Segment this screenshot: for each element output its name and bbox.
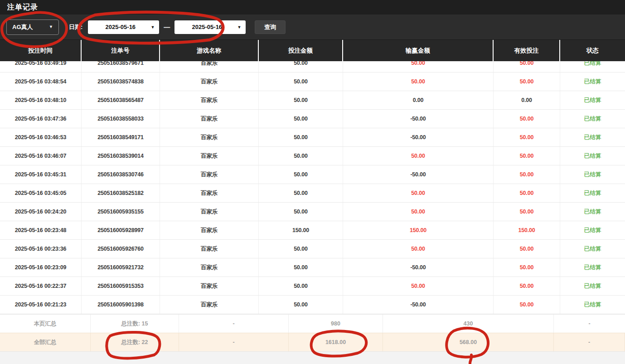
cell-bet-amount: 50.00 <box>259 91 343 109</box>
cell-valid-bet: 50.00 <box>494 61 560 72</box>
cell-game-name: 百家乐 <box>160 277 259 295</box>
cell-valid-bet: 50.00 <box>494 258 560 277</box>
table-row: 2025-05-16 00:22:37250516005915353百家乐50.… <box>0 277 625 296</box>
titlebar: 注单记录 <box>0 0 625 15</box>
cell-win-loss: -50.00 <box>343 296 494 314</box>
cell-valid-bet: 50.00 <box>494 147 560 165</box>
column-header: 注单号 <box>82 40 160 61</box>
cell-status: 已结算 <box>560 165 625 184</box>
cell-win-loss: 50.00 <box>343 240 494 258</box>
table-row: 2025-05-16 03:45:31250516038530746百家乐50.… <box>0 165 625 184</box>
cell-valid-bet: 50.00 <box>494 128 560 146</box>
cell-valid-bet: 0.00 <box>494 91 560 109</box>
cell-status: 已结算 <box>560 258 625 277</box>
table-row: 2025-05-16 03:46:53250516038549171百家乐50.… <box>0 128 625 147</box>
table-body: 2025-05-16 03:49:19250516038579671百家乐50.… <box>0 61 625 314</box>
summary-bet-amount: 980 <box>289 315 383 333</box>
summary-valid-bet: 568.00 <box>383 333 554 351</box>
cell-bet-number: 250516005926760 <box>82 240 160 258</box>
column-header: 投注时间 <box>0 40 82 61</box>
cell-game-name: 百家乐 <box>160 221 259 239</box>
cell-status: 已结算 <box>560 147 625 165</box>
cell-status: 已结算 <box>560 73 625 91</box>
date-label: 日期: <box>69 23 82 31</box>
cell-bet-amount: 50.00 <box>259 73 343 91</box>
cell-bet-amount: 50.00 <box>259 147 343 165</box>
chevron-down-icon: ▼ <box>150 25 155 29</box>
cell-win-loss: -50.00 <box>343 128 494 146</box>
cell-bet-time: 2025-05-16 03:49:19 <box>0 61 82 72</box>
cell-game-name: 百家乐 <box>160 296 259 314</box>
cell-game-name: 百家乐 <box>160 258 259 277</box>
cell-game-name: 百家乐 <box>160 61 259 72</box>
table-row: 2025-05-16 00:23:36250516005926760百家乐50.… <box>0 240 625 258</box>
cell-game-name: 百家乐 <box>160 110 259 128</box>
date-range-separator: — <box>164 24 170 31</box>
table-row: 2025-05-16 00:23:48250516005928997百家乐150… <box>0 221 625 240</box>
table-row: 2025-05-16 03:49:19250516038579671百家乐50.… <box>0 61 625 73</box>
summary-row-all: 全部汇总 总注数: 22 - 1618.00 568.00 - <box>0 333 625 351</box>
summary-bet-amount: 1618.00 <box>289 333 383 351</box>
cell-bet-amount: 50.00 <box>259 128 343 146</box>
cell-valid-bet: 50.00 <box>494 73 560 91</box>
date-to-value: 2025-05-16 <box>192 24 229 30</box>
cell-status: 已结算 <box>560 296 625 314</box>
cell-status: 已结算 <box>560 240 625 258</box>
cell-valid-bet: 150.00 <box>494 221 560 239</box>
cell-bet-time: 2025-05-16 00:22:37 <box>0 277 82 295</box>
cell-bet-time: 2025-05-16 00:21:23 <box>0 296 82 314</box>
cell-bet-number: 250516038565487 <box>82 91 160 109</box>
cell-status: 已结算 <box>560 61 625 72</box>
cell-bet-time: 2025-05-16 03:47:36 <box>0 110 82 128</box>
cell-win-loss: 50.00 <box>343 61 494 72</box>
summary-game: - <box>179 333 289 351</box>
cell-bet-number: 250516005935155 <box>82 203 160 221</box>
summary-game: - <box>179 315 289 333</box>
page-title: 注单记录 <box>7 3 38 12</box>
cell-valid-bet: 50.00 <box>494 165 560 184</box>
cell-status: 已结算 <box>560 277 625 295</box>
summary-total-bets: 总注数: 22 <box>91 333 179 351</box>
cell-bet-number: 250516038579671 <box>82 61 160 72</box>
table-row: 2025-05-16 00:23:09250516005921732百家乐50.… <box>0 258 625 277</box>
cell-bet-number: 250516038549171 <box>82 128 160 146</box>
column-header: 有效投注 <box>494 40 560 61</box>
cell-bet-time: 2025-05-16 03:46:07 <box>0 147 82 165</box>
cell-status: 已结算 <box>560 110 625 128</box>
table-row: 2025-05-16 03:48:10250516038565487百家乐50.… <box>0 91 625 110</box>
cell-bet-number: 250516005928997 <box>82 221 160 239</box>
chevron-down-icon: ▼ <box>49 25 53 29</box>
date-to-select[interactable]: 2025-05-16 ▼ <box>174 20 246 34</box>
cell-game-name: 百家乐 <box>160 91 259 109</box>
cell-bet-amount: 50.00 <box>259 258 343 277</box>
cell-valid-bet: 50.00 <box>494 240 560 258</box>
table-rows: 2025-05-16 03:49:19250516038579671百家乐50.… <box>0 61 625 314</box>
summary-status: - <box>554 315 625 333</box>
cell-bet-time: 2025-05-16 00:23:09 <box>0 258 82 277</box>
cell-win-loss: -50.00 <box>343 110 494 128</box>
table-header-row: 投注时间注单号游戏名称投注金额输赢金额有效投注状态 <box>0 40 625 61</box>
table-row: 2025-05-16 03:47:36250516038558033百家乐50.… <box>0 110 625 128</box>
cell-bet-time: 2025-05-16 03:45:31 <box>0 165 82 184</box>
cell-game-name: 百家乐 <box>160 73 259 91</box>
cell-valid-bet: 50.00 <box>494 184 560 202</box>
cell-bet-amount: 150.00 <box>259 221 343 239</box>
cell-bet-time: 2025-05-16 00:24:20 <box>0 203 82 221</box>
cell-bet-time: 2025-05-16 03:48:10 <box>0 91 82 109</box>
date-from-select[interactable]: 2025-05-16 ▼ <box>88 20 159 34</box>
cell-bet-number: 250516038525182 <box>82 184 160 202</box>
cell-bet-time: 2025-05-16 03:45:05 <box>0 184 82 202</box>
cell-bet-number: 250516005921732 <box>82 258 160 277</box>
cell-win-loss: 50.00 <box>343 277 494 295</box>
cell-status: 已结算 <box>560 128 625 146</box>
cell-bet-amount: 50.00 <box>259 240 343 258</box>
game-type-select[interactable]: AG真人 ▼ <box>6 19 59 35</box>
summary-row-page: 本页汇总 总注数: 15 - 980 430 - <box>0 314 625 333</box>
bottom-strip <box>0 351 625 364</box>
filter-bar: AG真人 ▼ 日期: 2025-05-16 ▼ — 2025-05-16 ▼ 查… <box>0 15 625 40</box>
query-button[interactable]: 查询 <box>255 20 286 34</box>
date-from-value: 2025-05-16 <box>106 24 142 30</box>
cell-valid-bet: 50.00 <box>494 110 560 128</box>
cell-win-loss: 50.00 <box>343 73 494 91</box>
cell-win-loss: 50.00 <box>343 203 494 221</box>
